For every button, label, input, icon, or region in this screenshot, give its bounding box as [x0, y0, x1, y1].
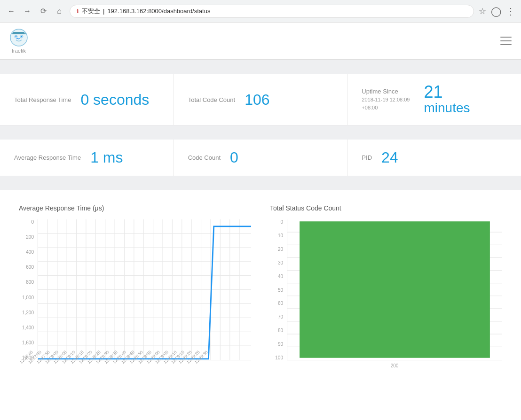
- browser-chrome: ← → ⟳ ⌂ ℹ 不安全 | 192.168.3.162:8000/dashb…: [0, 0, 521, 23]
- uptime-value-unit: minutes: [424, 101, 470, 116]
- stat-total-code-count: Total Code Count 106: [174, 74, 348, 125]
- line-chart-container: Average Response Time (μs) 1,800 1,600 1…: [9, 200, 260, 392]
- stat-pid: PID 24: [347, 140, 521, 176]
- browser-actions: ☆ ◯ ⋮: [479, 6, 515, 17]
- hamburger-menu[interactable]: [500, 37, 512, 45]
- stat-code-count: Code Count 0: [174, 140, 348, 176]
- svg-point-0: [10, 29, 27, 46]
- logo-icon: [9, 28, 28, 47]
- bar-chart-svg: [287, 219, 502, 360]
- top-gray-bar: [0, 60, 521, 74]
- home-button[interactable]: ⌂: [54, 6, 65, 17]
- svg-rect-6: [12, 33, 26, 34]
- pid-value: 24: [381, 149, 398, 166]
- total-response-time-value: 0 seconds: [80, 91, 149, 109]
- forward-button[interactable]: →: [22, 6, 33, 17]
- security-icon: ℹ: [77, 8, 79, 15]
- total-response-time-label: Total Response Time: [14, 96, 71, 103]
- line-chart-wrapper: 1,800 1,600 1,400 1,200 1,000 800 600 40…: [19, 219, 251, 360]
- line-chart-y-axis: 1,800 1,600 1,400 1,200 1,000 800 600 40…: [19, 219, 38, 360]
- svg-rect-47: [300, 221, 490, 358]
- svg-point-3: [16, 36, 17, 38]
- avg-response-time-value: 1 ms: [90, 149, 123, 166]
- uptime-value-group: 21 minutes: [424, 84, 470, 116]
- star-icon[interactable]: ☆: [479, 6, 486, 16]
- uptime-label: Uptime Since: [362, 88, 410, 95]
- stats-row-2: Average Response Time 1 ms Code Count 0 …: [0, 140, 521, 176]
- svg-point-4: [21, 36, 23, 38]
- code-count-value: 0: [230, 149, 238, 166]
- bar-chart-container: Total Status Code Count 100 90 80 70 60 …: [260, 200, 512, 392]
- charts-section: Average Response Time (μs) 1,800 1,600 1…: [0, 190, 521, 401]
- pid-label: PID: [362, 154, 372, 161]
- reload-button[interactable]: ⟳: [38, 6, 49, 17]
- code-count-label: Code Count: [188, 154, 221, 161]
- bar-chart-title: Total Status Code Count: [270, 204, 502, 212]
- total-code-count-value: 106: [245, 91, 269, 109]
- stat-total-response-time: Total Response Time 0 seconds: [0, 74, 174, 125]
- line-chart-title: Average Response Time (μs): [19, 204, 251, 212]
- bar-chart-x-axis: 200: [270, 363, 502, 368]
- url-text: 192.168.3.162:8000/dashboard/status: [107, 8, 210, 15]
- stats-row-1: Total Response Time 0 seconds Total Code…: [0, 74, 521, 125]
- stat-avg-response-time: Average Response Time 1 ms: [0, 140, 174, 176]
- avg-response-time-label: Average Response Time: [14, 154, 81, 161]
- url-separator: |: [103, 8, 104, 15]
- bottom-gray-bar: [0, 176, 521, 190]
- security-label: 不安全: [82, 7, 100, 16]
- back-button[interactable]: ←: [6, 6, 17, 17]
- header: traefik: [0, 23, 521, 60]
- total-code-count-label: Total Code Count: [188, 96, 235, 103]
- middle-gray-bar: [0, 125, 521, 140]
- stat-uptime: Uptime Since 2018-11-19 12:08:09+08:00 2…: [347, 74, 521, 125]
- bar-chart-y-axis: 100 90 80 70 60 50 40 30 20 10 0: [270, 219, 287, 360]
- uptime-timestamp: 2018-11-19 12:08:09+08:00: [362, 96, 410, 111]
- line-chart-x-axis: 12:27:45 12:27:50 12:27:55 12:28:00 12:2…: [19, 361, 251, 387]
- logo-area: traefik: [9, 28, 28, 54]
- logo-text: traefik: [12, 48, 26, 54]
- menu-icon[interactable]: ⋮: [506, 6, 515, 17]
- bar-chart-wrapper: 100 90 80 70 60 50 40 30 20 10 0: [270, 219, 502, 360]
- line-chart-svg: [38, 219, 251, 360]
- page-wrapper: traefik Total Response Time 0 seconds To…: [0, 23, 521, 420]
- uptime-value-number: 21: [424, 84, 470, 101]
- line-chart-plot: [38, 219, 251, 360]
- bar-chart-plot: [287, 219, 502, 360]
- account-icon[interactable]: ◯: [491, 6, 501, 17]
- uptime-label-group: Uptime Since 2018-11-19 12:08:09+08:00: [362, 88, 410, 111]
- address-bar[interactable]: ℹ 不安全 | 192.168.3.162:8000/dashboard/sta…: [70, 5, 474, 18]
